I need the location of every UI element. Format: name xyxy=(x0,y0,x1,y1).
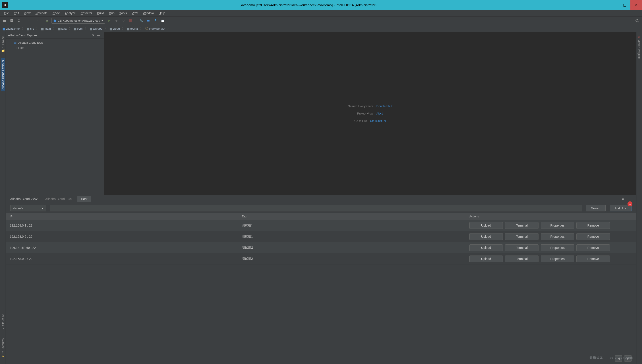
next-page-button[interactable]: ▶ xyxy=(624,355,632,362)
add-host-button[interactable]: Add Host xyxy=(610,205,632,212)
menu-navigate[interactable]: Navigate xyxy=(33,11,50,16)
project-tool-button[interactable]: 📁1: Project xyxy=(1,34,5,54)
search-button[interactable]: Search xyxy=(586,205,605,212)
cell-ip: 106.14.152.60 : 22 xyxy=(6,246,238,250)
menu-edit[interactable]: Edit xyxy=(12,11,21,16)
editor-hint: Search EverywhereDouble Shift xyxy=(348,104,392,108)
menu-code[interactable]: Code xyxy=(50,11,62,16)
tab-ecs[interactable]: Alibaba Cloud ECS xyxy=(42,196,76,202)
menu-build[interactable]: Build xyxy=(95,11,106,16)
crumb-javademo[interactable]: ▆JavaDemo xyxy=(1,27,21,30)
remove-button[interactable]: Remove xyxy=(576,256,610,262)
close-window-button[interactable]: ✕ xyxy=(630,0,642,10)
crumb-main[interactable]: ▆main xyxy=(40,27,52,30)
menu-help[interactable]: Help xyxy=(157,11,167,16)
explorer-tool-button[interactable]: Alibaba Cloud Explorer xyxy=(1,58,5,91)
hide-panel-icon[interactable]: — xyxy=(96,32,102,38)
properties-button[interactable]: Properties xyxy=(541,233,574,240)
upload-button[interactable]: Upload xyxy=(469,233,503,240)
open-icon[interactable] xyxy=(2,18,8,24)
debug-icon[interactable] xyxy=(114,18,119,24)
svg-rect-2 xyxy=(147,20,150,22)
menu-vcs[interactable]: VCS xyxy=(130,11,140,16)
crumb-src[interactable]: ▆src xyxy=(26,27,35,30)
menu-run[interactable]: Run xyxy=(107,11,117,16)
back-icon[interactable]: ← xyxy=(27,18,32,24)
calendar-icon[interactable] xyxy=(160,18,165,24)
coverage-icon[interactable]: ⛭ xyxy=(121,18,126,24)
minimize-button[interactable]: — xyxy=(607,0,619,10)
wrench-icon[interactable]: 🔧 xyxy=(138,18,144,24)
crumb-cloud[interactable]: ▆cloud xyxy=(108,27,121,30)
host-table-header: IP Tag Actions xyxy=(6,213,636,220)
remove-button[interactable]: Remove xyxy=(576,233,610,240)
remove-button[interactable]: Remove xyxy=(576,244,610,251)
crumb-com[interactable]: ▆com xyxy=(73,27,84,30)
diagnose-icon[interactable] xyxy=(145,18,151,24)
menu-file[interactable]: File xyxy=(2,11,11,16)
maximize-button[interactable]: ▢ xyxy=(619,0,630,10)
save-icon[interactable] xyxy=(9,18,15,24)
col-tag: Tag xyxy=(238,215,465,218)
svg-rect-1 xyxy=(129,20,132,22)
menu-window[interactable]: Window xyxy=(141,11,156,16)
chevron-down-icon: ▾ xyxy=(42,206,44,210)
forward-icon[interactable]: → xyxy=(34,18,40,24)
terminal-button[interactable]: Terminal xyxy=(505,256,538,262)
tag-filter-dropdown[interactable]: <None>▾ xyxy=(10,205,46,212)
menu-analyze[interactable]: Analyze xyxy=(63,11,78,16)
remove-button[interactable]: Remove xyxy=(576,222,610,229)
upload-icon[interactable] xyxy=(153,18,158,24)
panel-hide-icon[interactable]: — xyxy=(628,196,633,202)
build-icon[interactable] xyxy=(44,18,50,24)
editor-empty-state: Search EverywhereDouble ShiftProject Vie… xyxy=(104,32,636,195)
search-everywhere-icon[interactable] xyxy=(634,18,640,24)
table-row: 192.168.0.3 : 22测试组2UploadTerminalProper… xyxy=(6,253,636,264)
menu-view[interactable]: View xyxy=(22,11,33,16)
favorites-tool-button[interactable]: ★2: Favorites xyxy=(1,337,5,360)
menu-tools[interactable]: Tools xyxy=(117,11,129,16)
upload-button[interactable]: Upload xyxy=(469,256,503,262)
editor-hint: Project ViewAlt+1 xyxy=(357,112,383,115)
properties-button[interactable]: Properties xyxy=(541,244,574,251)
stop-icon[interactable] xyxy=(128,18,134,24)
crumb-java[interactable]: ▆java xyxy=(57,27,68,30)
left-gutter: 📁1: Project Alibaba Cloud Explorer 7: St… xyxy=(0,32,6,364)
cell-actions: UploadTerminalPropertiesRemove xyxy=(465,222,636,229)
terminal-button[interactable]: Terminal xyxy=(505,222,538,229)
properties-button[interactable]: Properties xyxy=(541,222,574,229)
sync-icon[interactable] xyxy=(16,18,22,24)
run-config-selector[interactable]: CS Kubernetes on Alibaba Cloud ▾ xyxy=(51,18,105,24)
tree-node[interactable]: ▢Host xyxy=(6,45,104,50)
gear-icon[interactable]: ⚙ xyxy=(90,32,96,38)
tree-node[interactable]: ▤Alibaba Cloud ECS xyxy=(6,40,104,45)
terminal-button[interactable]: Terminal xyxy=(505,233,538,240)
cell-ip: 192.168.0.3 : 22 xyxy=(6,257,238,261)
properties-button[interactable]: Properties xyxy=(541,256,574,262)
crumb-indexservlet[interactable]: ⒸIndexServlet xyxy=(144,26,166,30)
crumb-alibaba[interactable]: ▆alibaba xyxy=(89,27,104,30)
upload-button[interactable]: Upload xyxy=(469,244,503,251)
prev-page-button[interactable]: ◀ xyxy=(615,355,622,362)
panel-gear-icon[interactable]: ⚙ xyxy=(620,196,626,202)
host-search-input[interactable] xyxy=(50,205,582,212)
app-logo: IJ xyxy=(2,2,8,8)
menu-refactor[interactable]: Refactor xyxy=(79,11,95,16)
upload-button[interactable]: Upload xyxy=(469,222,503,229)
side-panel-title: Alibaba Cloud Explorer xyxy=(8,34,38,37)
maven-tool-button[interactable]: mMaven Projects xyxy=(637,34,641,60)
structure-tool-button[interactable]: 7: Structure xyxy=(1,313,5,330)
run-icon[interactable] xyxy=(106,18,112,24)
bottom-panel-title: Alibaba Cloud View: xyxy=(9,197,40,201)
kubernetes-icon xyxy=(53,19,56,22)
titlebar: IJ javademo [C:\Users\Administrator\idea… xyxy=(0,0,642,10)
table-row: 106.14.152.60 : 22测试组2UploadTerminalProp… xyxy=(6,242,636,253)
terminal-button[interactable]: Terminal xyxy=(505,244,538,251)
cell-actions: UploadTerminalPropertiesRemove xyxy=(465,244,636,251)
crumb-toolkit[interactable]: ▆toolkit xyxy=(126,27,139,30)
col-actions: Actions xyxy=(465,215,636,218)
tab-host[interactable]: Host xyxy=(77,196,91,202)
table-row: 192.168.0.2 : 22测试组1UploadTerminalProper… xyxy=(6,231,636,242)
cell-ip: 192.168.0.1 : 22 xyxy=(6,224,238,227)
svg-point-0 xyxy=(116,20,118,22)
